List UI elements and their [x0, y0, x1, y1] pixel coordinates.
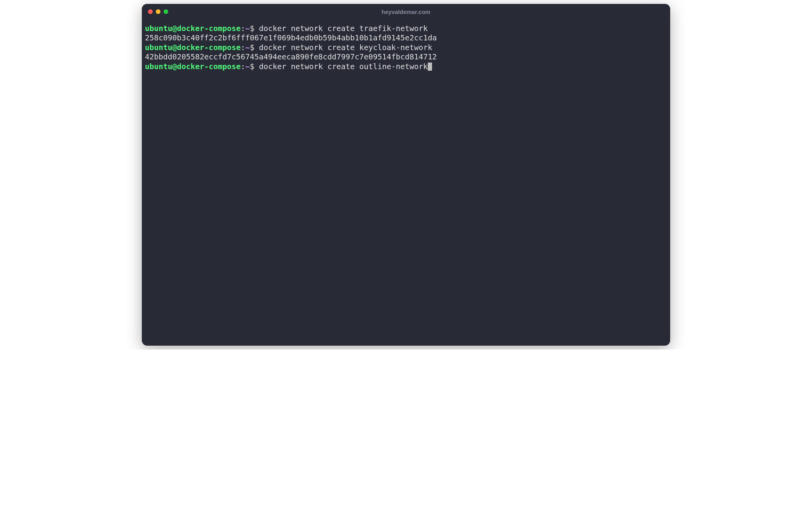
prompt-colon: :	[241, 43, 246, 52]
traffic-lights	[148, 9, 168, 14]
prompt-colon: :	[241, 62, 246, 71]
terminal-window: heyvaldemar.com ubuntu@docker-compose:~$…	[142, 4, 670, 346]
terminal-line: ubuntu@docker-compose:~$ docker network …	[145, 62, 667, 71]
terminal-line: ubuntu@docker-compose:~$ docker network …	[145, 43, 667, 52]
terminal-output: 42bbdd0205582eccfd7c56745a494eeca890fe8c…	[145, 52, 667, 62]
terminal-output: 258c090b3c40ff2c2bf6fff067e1f069b4edb0b5…	[145, 33, 667, 43]
window-title: heyvaldemar.com	[382, 9, 430, 15]
terminal-body[interactable]: ubuntu@docker-compose:~$ docker network …	[142, 19, 670, 346]
title-bar: heyvaldemar.com	[142, 4, 670, 19]
terminal-command: docker network create outline-network	[254, 62, 428, 71]
prompt-user-host: ubuntu@docker-compose	[145, 43, 241, 52]
prompt-dollar: $	[250, 43, 254, 52]
terminal-line: ubuntu@docker-compose:~$ docker network …	[145, 24, 667, 33]
prompt-dollar: $	[250, 62, 254, 71]
maximize-icon[interactable]	[164, 9, 168, 14]
prompt-path: ~	[245, 24, 250, 33]
close-icon[interactable]	[148, 9, 153, 14]
prompt-colon: :	[241, 24, 246, 33]
prompt-user-host: ubuntu@docker-compose	[145, 24, 241, 33]
prompt-path: ~	[245, 43, 250, 52]
prompt-user-host: ubuntu@docker-compose	[145, 62, 241, 71]
prompt-dollar: $	[250, 24, 254, 33]
minimize-icon[interactable]	[156, 9, 160, 14]
terminal-command: docker network create keycloak-network	[254, 43, 432, 52]
prompt-path: ~	[245, 62, 250, 71]
cursor-icon	[428, 63, 432, 71]
terminal-command: docker network create traefik-network	[254, 24, 428, 33]
